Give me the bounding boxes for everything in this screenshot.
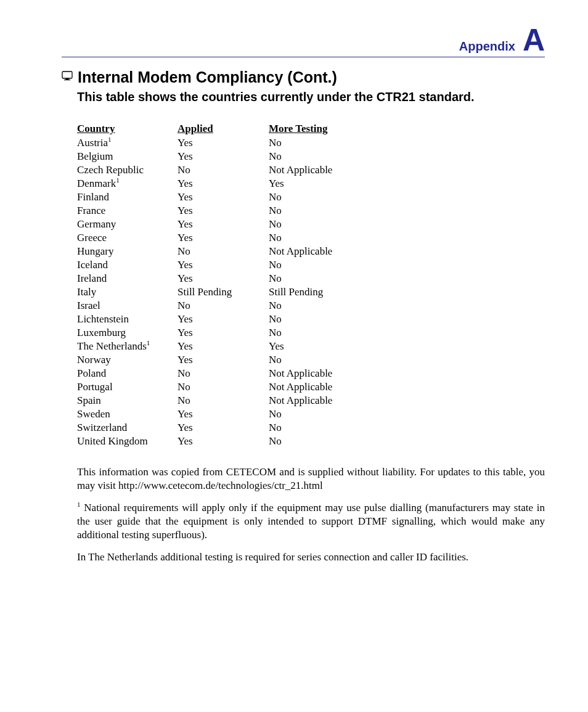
footnote-paragraph: 1 National requirements will apply only … bbox=[77, 501, 545, 542]
cell-more-testing: No bbox=[269, 150, 343, 163]
page-title: Internal Modem Compliancy (Cont.) bbox=[78, 68, 337, 86]
cell-applied: No bbox=[178, 380, 269, 394]
cell-applied: Yes bbox=[178, 190, 269, 204]
cell-applied: Yes bbox=[178, 421, 269, 435]
cell-applied: No bbox=[178, 394, 269, 407]
th-more-testing: More Testing bbox=[269, 123, 343, 136]
cell-country: The Netherlands1 bbox=[77, 340, 178, 353]
cell-applied: Yes bbox=[178, 435, 269, 448]
cell-applied: Yes bbox=[178, 204, 269, 218]
country-footnote: 1 bbox=[147, 339, 150, 346]
cell-more-testing: Not Applicable bbox=[269, 394, 343, 407]
cell-more-testing: No bbox=[269, 272, 343, 285]
table-header-row: Country Applied More Testing bbox=[77, 123, 343, 136]
cell-country: Finland bbox=[77, 190, 178, 204]
cell-country: Israel bbox=[77, 299, 178, 313]
table-row: Austria1YesNo bbox=[77, 136, 343, 150]
svg-rect-2 bbox=[64, 80, 70, 80]
cell-applied: Yes bbox=[178, 407, 269, 421]
title-row: Internal Modem Compliancy (Cont.) bbox=[62, 68, 545, 86]
cell-country: Denmark1 bbox=[77, 177, 178, 190]
cell-country: Hungary bbox=[77, 245, 178, 258]
cell-applied: No bbox=[178, 299, 269, 313]
cell-country: Spain bbox=[77, 394, 178, 407]
cell-more-testing: No bbox=[269, 299, 343, 313]
cell-more-testing: No bbox=[269, 353, 343, 367]
disclaimer-paragraph: This information was copied from CETECOM… bbox=[77, 465, 545, 493]
cell-more-testing: No bbox=[269, 435, 343, 448]
cell-more-testing: No bbox=[269, 136, 343, 150]
cell-more-testing: No bbox=[269, 231, 343, 245]
compliancy-table: Country Applied More Testing Austria1Yes… bbox=[77, 123, 343, 448]
table-row: Czech RepublicNoNot Applicable bbox=[77, 163, 343, 177]
table-row: SpainNoNot Applicable bbox=[77, 394, 343, 407]
monitor-icon bbox=[62, 71, 73, 83]
page: Appendix A Internal Modem Compliancy (Co… bbox=[0, 0, 588, 712]
appendix-label: Appendix bbox=[459, 39, 515, 54]
cell-more-testing: No bbox=[269, 407, 343, 421]
cell-country: Ireland bbox=[77, 272, 178, 285]
cell-applied: No bbox=[178, 245, 269, 258]
cell-country: Switzerland bbox=[77, 421, 178, 435]
cell-applied: Yes bbox=[178, 177, 269, 190]
cell-country: Czech Republic bbox=[77, 163, 178, 177]
appendix-header: Appendix A bbox=[62, 25, 545, 57]
cell-applied: Yes bbox=[178, 136, 269, 150]
table-row: Denmark1YesYes bbox=[77, 177, 343, 190]
country-footnote: 1 bbox=[116, 176, 120, 184]
cell-more-testing: Not Applicable bbox=[269, 380, 343, 394]
cell-applied: Yes bbox=[178, 258, 269, 272]
netherlands-note: In The Netherlands additional testing is… bbox=[77, 550, 545, 564]
footnote-text: National requirements will apply only if… bbox=[77, 502, 545, 541]
cell-more-testing: No bbox=[269, 204, 343, 218]
page-subtitle: This table shows the countries currently… bbox=[77, 90, 545, 104]
table-row: IsraelNoNo bbox=[77, 299, 343, 313]
appendix-letter: A bbox=[523, 25, 545, 55]
cell-applied: Yes bbox=[178, 150, 269, 163]
cell-more-testing: Not Applicable bbox=[269, 245, 343, 258]
cell-more-testing: Not Applicable bbox=[269, 163, 343, 177]
table-row: GreeceYesNo bbox=[77, 231, 343, 245]
cell-more-testing: No bbox=[269, 190, 343, 204]
cell-country: Norway bbox=[77, 353, 178, 367]
cell-more-testing: No bbox=[269, 421, 343, 435]
table-row: LuxemburgYesNo bbox=[77, 326, 343, 340]
table-row: IcelandYesNo bbox=[77, 258, 343, 272]
cell-more-testing: No bbox=[269, 326, 343, 340]
cell-country: Luxemburg bbox=[77, 326, 178, 340]
cell-country: Poland bbox=[77, 367, 178, 380]
cell-country: Iceland bbox=[77, 258, 178, 272]
cell-applied: Yes bbox=[178, 313, 269, 326]
cell-more-testing: Still Pending bbox=[269, 285, 343, 299]
cell-country: Portugal bbox=[77, 380, 178, 394]
table-row: GermanyYesNo bbox=[77, 218, 343, 231]
table-row: FinlandYesNo bbox=[77, 190, 343, 204]
cell-country: Belgium bbox=[77, 150, 178, 163]
cell-applied: Yes bbox=[178, 218, 269, 231]
cell-more-testing: Yes bbox=[269, 340, 343, 353]
table-row: SwitzerlandYesNo bbox=[77, 421, 343, 435]
table-row: PortugalNoNot Applicable bbox=[77, 380, 343, 394]
table-row: The Netherlands1YesYes bbox=[77, 340, 343, 353]
table-row: SwedenYesNo bbox=[77, 407, 343, 421]
cell-applied: Yes bbox=[178, 272, 269, 285]
cell-applied: Yes bbox=[178, 326, 269, 340]
table-row: NorwayYesNo bbox=[77, 353, 343, 367]
th-country: Country bbox=[77, 123, 178, 136]
cell-country: Lichtenstein bbox=[77, 313, 178, 326]
cell-applied: Still Pending bbox=[178, 285, 269, 299]
country-footnote: 1 bbox=[108, 136, 112, 143]
svg-rect-0 bbox=[62, 72, 72, 78]
table-row: IrelandYesNo bbox=[77, 272, 343, 285]
table-row: ItalyStill PendingStill Pending bbox=[77, 285, 343, 299]
cell-applied: No bbox=[178, 367, 269, 380]
table-row: LichtensteinYesNo bbox=[77, 313, 343, 326]
table-row: PolandNoNot Applicable bbox=[77, 367, 343, 380]
cell-country: Italy bbox=[77, 285, 178, 299]
cell-applied: Yes bbox=[178, 340, 269, 353]
svg-rect-1 bbox=[66, 78, 69, 80]
cell-more-testing: No bbox=[269, 313, 343, 326]
cell-applied: Yes bbox=[178, 353, 269, 367]
cell-more-testing: No bbox=[269, 218, 343, 231]
table-row: FranceYesNo bbox=[77, 204, 343, 218]
